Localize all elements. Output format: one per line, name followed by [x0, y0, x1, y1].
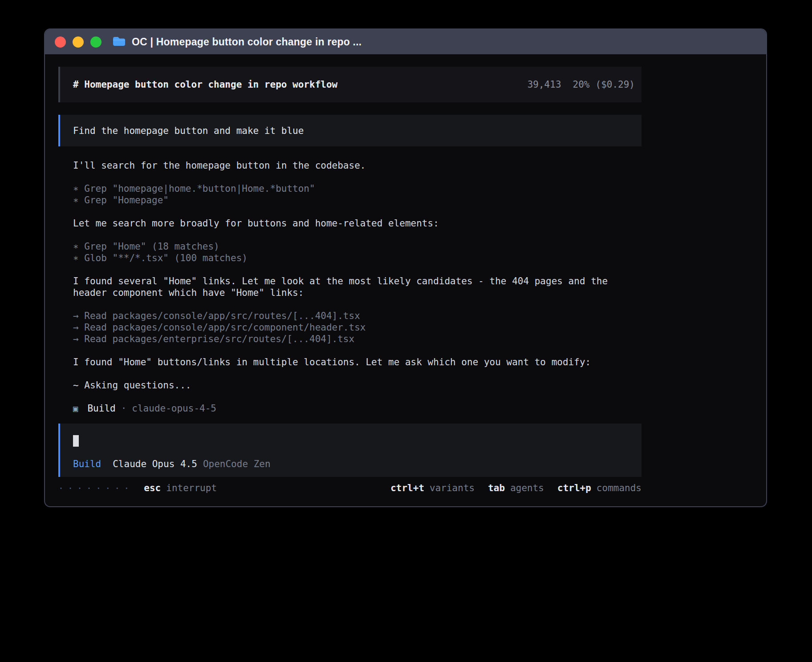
input-cursor [73, 435, 79, 447]
shortcut-label: variants [430, 482, 475, 494]
session-cost: ($0.29) [595, 79, 635, 90]
shortcut-key: ctrl+p [557, 482, 591, 494]
traffic-lights [55, 36, 102, 48]
tool-call-line: ∗ Grep "Homepage" [73, 194, 641, 206]
tool-call-line: → Read packages/console/app/src/routes/[… [73, 310, 641, 322]
agent-status-line: ▣ Build · claude-opus-4-5 [73, 403, 641, 414]
status-bar: ········ esc interrupt ctrl+t variants t… [58, 482, 641, 494]
chat-line: Let me search more broadly for buttons a… [73, 218, 641, 229]
session-title: # Homepage button color change in repo w… [73, 79, 337, 90]
agent-working-status: ~ Asking questions... [73, 379, 641, 391]
title-group: OC | Homepage button color change in rep… [112, 36, 361, 48]
shortcut-key: ctrl+t [390, 482, 424, 494]
zoom-button[interactable] [90, 36, 102, 48]
conversation: I'll search for the homepage button in t… [58, 160, 641, 414]
shortcut-agents: tab agents [488, 482, 544, 494]
agent-separator: · [121, 403, 127, 414]
mode-label: Build [73, 458, 101, 470]
terminal-content: # Homepage button color change in repo w… [45, 54, 641, 494]
tool-call-line: → Read packages/console/app/src/componen… [73, 322, 641, 333]
status-bar-right: ctrl+t variants tab agents ctrl+p comman… [377, 482, 641, 494]
session-stats: 39,413 20% ($0.29) [528, 79, 635, 90]
model-label: Claude Opus 4.5 [113, 458, 197, 470]
close-button[interactable] [55, 36, 66, 48]
tool-call-line: ∗ Grep "homepage|home.*button|Home.*butt… [73, 183, 641, 194]
terminal-window: OC | Homepage button color change in rep… [44, 28, 767, 507]
shortcut-label: commands [597, 482, 641, 494]
user-message: Find the homepage button and make it blu… [58, 115, 641, 146]
status-bar-left: ········ esc interrupt [58, 482, 217, 494]
tool-call-line: ∗ Grep "Home" (18 matches) [73, 241, 641, 252]
folder-icon [112, 36, 126, 48]
tool-call-line: → Read packages/enterprise/src/routes/[.… [73, 333, 641, 345]
shortcut-variants: ctrl+t variants [390, 482, 475, 494]
chat-line: I found "Home" buttons/links in multiple… [73, 356, 641, 368]
token-count: 39,413 [528, 79, 561, 90]
chat-line: I'll search for the homepage button in t… [73, 160, 641, 171]
session-header: # Homepage button color change in repo w… [58, 67, 641, 102]
shortcut-key: tab [488, 482, 505, 494]
shortcut-commands: ctrl+p commands [557, 482, 641, 494]
user-message-text: Find the homepage button and make it blu… [73, 125, 304, 136]
shortcut-label: agents [510, 482, 544, 494]
esc-label: interrupt [166, 482, 217, 494]
minimize-button[interactable] [73, 36, 84, 48]
esc-key: esc [144, 482, 161, 494]
agent-icon: ▣ [73, 403, 78, 414]
spinner-dots: ········ [58, 482, 133, 494]
prompt-input[interactable]: Build Claude Opus 4.5 OpenCode Zen [58, 424, 641, 477]
window-title: OC | Homepage button color change in rep… [132, 36, 361, 48]
context-percent: 20% [573, 79, 590, 90]
provider-label: OpenCode Zen [203, 458, 271, 470]
input-meta: Build Claude Opus 4.5 OpenCode Zen [73, 458, 629, 470]
agent-name: Build [87, 403, 115, 414]
title-bar: OC | Homepage button color change in rep… [45, 29, 766, 54]
chat-line: I found several "Home" links. Let me loo… [73, 275, 641, 299]
agent-model-id: claude-opus-4-5 [132, 403, 216, 414]
tool-call-line: ∗ Glob "**/*.tsx" (100 matches) [73, 252, 641, 264]
